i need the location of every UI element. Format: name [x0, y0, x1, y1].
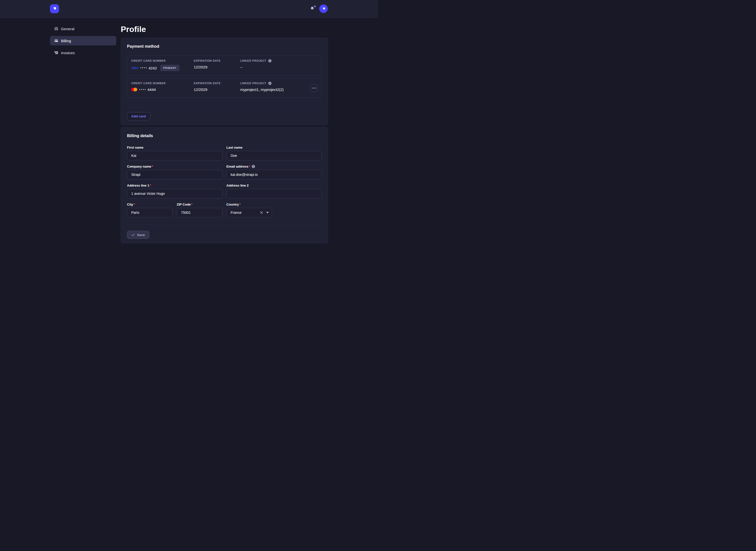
- last-name-label: Last name: [227, 145, 322, 149]
- address-line1-field: Address line 1*: [127, 183, 223, 198]
- required-marker: *: [134, 202, 135, 206]
- required-marker: *: [152, 165, 153, 168]
- zip-code-input[interactable]: [177, 208, 223, 217]
- address-line2-field: Address line 2: [227, 183, 322, 198]
- required-marker: *: [239, 202, 241, 206]
- linked-project-label: LINKED PROJECT: [240, 82, 266, 85]
- linked-project-cell: LINKED PROJECT myproject1, myproject2(2): [240, 81, 317, 94]
- zip-code-label: ZIP Code*: [177, 202, 223, 206]
- save-button[interactable]: Save: [127, 231, 149, 239]
- last-name-input[interactable]: [227, 151, 322, 160]
- billing-details-card: Billing details First name Last name Com…: [121, 127, 328, 243]
- save-button-label: Save: [137, 233, 145, 237]
- chevron-down-icon[interactable]: [266, 212, 269, 213]
- avatar-strapi-icon: [321, 6, 326, 11]
- address-line1-label: Address line 1*: [127, 183, 223, 187]
- linked-project-value: –: [240, 65, 317, 69]
- city-input[interactable]: [127, 208, 173, 217]
- section-divider: [127, 224, 322, 224]
- notification-dot: [314, 5, 316, 7]
- payment-method-card: Payment method CREDIT CARD NUMBER VISA •…: [121, 38, 328, 125]
- credit-card-number-label: CREDIT CARD NUMBER: [131, 59, 194, 62]
- card-masked-dots: ••••: [139, 88, 147, 91]
- email-field: Email address*: [227, 164, 322, 179]
- clear-icon[interactable]: [260, 211, 263, 214]
- expiration-date-label: EXPIRATION DATE: [194, 59, 240, 62]
- info-icon[interactable]: [268, 82, 271, 85]
- page-title: Profile: [121, 24, 328, 35]
- strapi-logo[interactable]: [50, 4, 59, 13]
- notifications-button[interactable]: [310, 6, 315, 11]
- address-line2-input[interactable]: [227, 189, 322, 198]
- payment-card-row-mastercard: CREDIT CARD NUMBER •••• 4444 EXPIRATION …: [127, 78, 322, 98]
- country-field: Country* France: [227, 202, 272, 217]
- strapi-bolt-icon: [52, 6, 57, 11]
- card-last4: 4242: [149, 66, 157, 70]
- required-marker: *: [150, 183, 151, 187]
- main-content: Profile Payment method CREDIT CARD NUMBE…: [121, 24, 328, 243]
- sidebar-item-label: General: [61, 27, 74, 31]
- check-icon: [131, 233, 135, 237]
- credit-card-cell: CREDIT CARD NUMBER VISA •••• 4242 PRIMAR…: [131, 59, 194, 72]
- expiration-date-value: 12/2029: [194, 87, 240, 92]
- payment-card-row-visa: CREDIT CARD NUMBER VISA •••• 4242 PRIMAR…: [127, 55, 322, 75]
- linked-project-cell: LINKED PROJECT –: [240, 59, 317, 72]
- last-name-field: Last name: [227, 145, 322, 160]
- sidebar-item-billing[interactable]: Billing: [50, 36, 116, 45]
- expiration-date-label: EXPIRATION DATE: [194, 81, 240, 85]
- primary-badge: PRIMARY: [161, 65, 180, 71]
- company-name-input[interactable]: [127, 170, 223, 179]
- mastercard-logo: [131, 88, 137, 91]
- company-name-field: Company name*: [127, 164, 223, 179]
- card-masked-dots: ••••: [140, 66, 148, 70]
- expiration-cell: EXPIRATION DATE 12/2029: [194, 59, 240, 72]
- credit-card-icon: [54, 39, 58, 43]
- svg-text:$: $: [54, 51, 55, 53]
- top-header: [0, 0, 378, 18]
- billing-details-title: Billing details: [127, 133, 322, 138]
- address-line1-input[interactable]: [127, 189, 223, 198]
- settings-sidebar: General Billing $ Invoices: [50, 24, 116, 60]
- first-name-label: First name: [127, 145, 223, 149]
- payment-method-title: Payment method: [127, 44, 322, 49]
- address-line2-label: Address line 2: [227, 183, 322, 187]
- visa-logo: VISA: [131, 66, 138, 70]
- sidebar-item-label: Billing: [61, 39, 71, 43]
- card-last4: 4444: [148, 87, 156, 92]
- info-icon[interactable]: [252, 165, 255, 168]
- add-card-button[interactable]: Add card: [127, 112, 150, 120]
- user-avatar[interactable]: [319, 4, 328, 13]
- info-icon[interactable]: [268, 59, 271, 62]
- section-divider: [127, 107, 322, 107]
- country-value: France: [231, 210, 260, 214]
- sidebar-item-invoices[interactable]: $ Invoices: [50, 48, 116, 57]
- more-options-button[interactable]: [310, 84, 318, 92]
- sidebar-item-label: Invoices: [61, 51, 75, 55]
- sidebar-item-general[interactable]: General: [50, 24, 116, 33]
- country-label: Country*: [227, 202, 272, 206]
- required-marker: *: [249, 165, 250, 168]
- linked-project-label: LINKED PROJECT: [240, 59, 266, 62]
- credit-card-number-label: CREDIT CARD NUMBER: [131, 81, 194, 85]
- city-label: City*: [127, 202, 173, 206]
- invoice-icon: $: [54, 51, 58, 55]
- email-input[interactable]: [227, 170, 322, 179]
- city-field: City*: [127, 202, 173, 217]
- zip-code-field: ZIP Code*: [177, 202, 223, 217]
- sliders-icon: [54, 27, 58, 31]
- expiration-cell: EXPIRATION DATE 12/2029: [194, 81, 240, 94]
- credit-card-cell: CREDIT CARD NUMBER •••• 4444: [131, 81, 194, 94]
- email-label: Email address*: [227, 164, 322, 168]
- expiration-date-value: 12/2029: [194, 65, 240, 69]
- first-name-field: First name: [127, 145, 223, 160]
- linked-project-value: myproject1, myproject2(2): [240, 87, 317, 92]
- required-marker: *: [191, 202, 193, 206]
- country-select[interactable]: France: [227, 208, 272, 217]
- first-name-input[interactable]: [127, 151, 223, 160]
- company-name-label: Company name*: [127, 164, 223, 168]
